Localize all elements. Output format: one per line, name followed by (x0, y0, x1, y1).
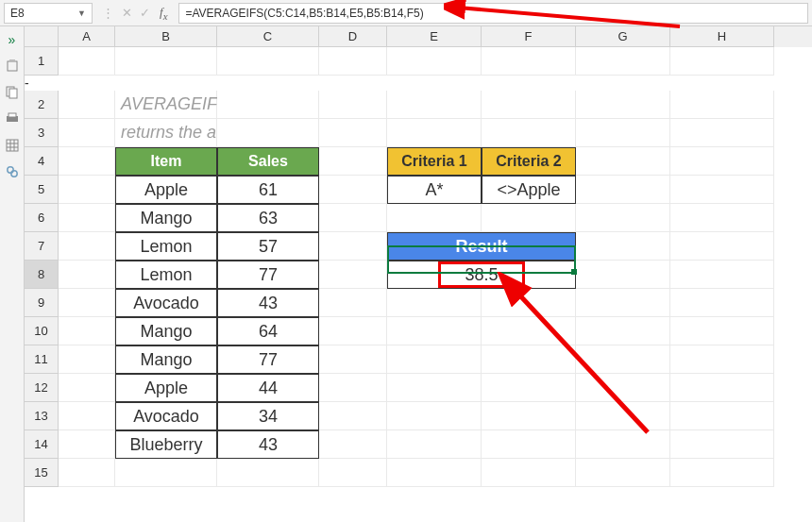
row-header[interactable]: 11 (25, 345, 59, 374)
cell[interactable] (59, 176, 115, 204)
col-header[interactable]: A (59, 26, 115, 47)
table-row[interactable]: Blueberry (115, 430, 217, 459)
cancel-icon[interactable]: ✕ (122, 6, 132, 20)
select-all-corner[interactable] (25, 26, 59, 47)
table-row[interactable]: 44 (217, 374, 319, 402)
table-row[interactable]: 63 (217, 204, 319, 232)
cell[interactable] (319, 459, 387, 487)
cell[interactable] (670, 345, 774, 374)
table-row[interactable]: Lemon (115, 261, 217, 289)
chevron-down-icon[interactable]: ▼ (77, 8, 86, 18)
cell[interactable] (59, 91, 115, 119)
table-row[interactable]: Avocado (115, 289, 217, 317)
cell[interactable] (576, 261, 670, 289)
col-header[interactable]: E (387, 26, 482, 47)
cell[interactable] (482, 119, 576, 147)
cell[interactable] (217, 47, 319, 76)
cell[interactable] (59, 459, 115, 487)
cell[interactable] (576, 345, 670, 374)
cell[interactable] (670, 47, 774, 76)
cell[interactable] (482, 374, 576, 402)
cell[interactable] (482, 47, 576, 76)
col-header[interactable]: F (482, 26, 576, 47)
cell[interactable] (576, 47, 670, 76)
cell[interactable] (576, 91, 670, 119)
cell[interactable] (670, 91, 774, 119)
table-row[interactable]: Mango (115, 204, 217, 232)
cell[interactable] (670, 261, 774, 289)
cell[interactable] (670, 459, 774, 487)
table-header-sales[interactable]: Sales (217, 147, 319, 176)
cell[interactable] (387, 402, 482, 430)
cell[interactable] (482, 459, 576, 487)
cell[interactable] (576, 459, 670, 487)
find-icon[interactable] (5, 164, 20, 179)
cell[interactable] (576, 147, 670, 176)
cell[interactable] (59, 47, 115, 76)
row-header[interactable]: 1 (25, 47, 59, 76)
fx-icon[interactable]: fx (160, 5, 167, 22)
cell[interactable] (59, 147, 115, 176)
copy-icon[interactable] (5, 85, 20, 100)
cell[interactable] (319, 402, 387, 430)
cell[interactable] (115, 47, 217, 76)
cell[interactable] (319, 147, 387, 176)
cell[interactable] (482, 345, 576, 374)
paste-icon[interactable] (5, 59, 20, 74)
cell[interactable] (319, 204, 387, 232)
subtitle-text[interactable]: returns the average of numbers in a rang… (115, 119, 217, 147)
cell[interactable] (319, 119, 387, 147)
cell[interactable] (482, 204, 576, 232)
cell[interactable] (670, 204, 774, 232)
cell[interactable] (59, 430, 115, 459)
cell[interactable] (670, 147, 774, 176)
result-header[interactable]: Result (387, 232, 576, 261)
cell[interactable] (59, 317, 115, 345)
criteria2-value[interactable]: <>Apple (482, 176, 576, 204)
row-header[interactable]: 9 (25, 289, 59, 317)
cell[interactable] (670, 119, 774, 147)
cell[interactable] (319, 47, 387, 76)
cell[interactable] (670, 232, 774, 261)
name-box[interactable]: E8 ▼ (4, 3, 93, 24)
row-header[interactable]: 2 (25, 91, 59, 119)
cell[interactable] (387, 289, 482, 317)
cell[interactable] (670, 317, 774, 345)
row-header[interactable]: 5 (25, 176, 59, 204)
cell[interactable] (217, 91, 319, 119)
table-row[interactable]: Mango (115, 345, 217, 374)
col-header[interactable]: D (319, 26, 387, 47)
cell[interactable] (387, 345, 482, 374)
cell[interactable] (387, 430, 482, 459)
cell[interactable] (319, 317, 387, 345)
cell[interactable] (576, 374, 670, 402)
table-row[interactable]: 57 (217, 232, 319, 261)
col-header[interactable]: C (217, 26, 319, 47)
table-row[interactable]: Mango (115, 317, 217, 345)
row-header[interactable]: 8 (25, 261, 59, 289)
cell[interactable] (59, 402, 115, 430)
col-header[interactable]: H (670, 26, 774, 47)
table-row[interactable]: Apple (115, 176, 217, 204)
cell[interactable] (59, 289, 115, 317)
print-icon[interactable] (5, 111, 20, 126)
cell[interactable] (319, 91, 387, 119)
cell[interactable] (482, 402, 576, 430)
table-row[interactable]: 77 (217, 261, 319, 289)
cell[interactable] (115, 459, 217, 487)
row-header[interactable]: 10 (25, 317, 59, 345)
cell[interactable] (217, 119, 319, 147)
cell[interactable] (319, 289, 387, 317)
cell[interactable] (387, 119, 482, 147)
col-header[interactable]: G (576, 26, 670, 47)
cell[interactable] (59, 204, 115, 232)
cell[interactable] (217, 459, 319, 487)
table-row[interactable]: 64 (217, 317, 319, 345)
formula-input[interactable]: =AVERAGEIFS(C5:C14,B5:B14,E5,B5:B14,F5) (178, 3, 808, 24)
cell[interactable] (670, 289, 774, 317)
cell[interactable] (482, 289, 576, 317)
table-row[interactable]: 77 (217, 345, 319, 374)
cell[interactable] (576, 430, 670, 459)
table-row[interactable]: Apple (115, 374, 217, 402)
cell[interactable] (319, 430, 387, 459)
